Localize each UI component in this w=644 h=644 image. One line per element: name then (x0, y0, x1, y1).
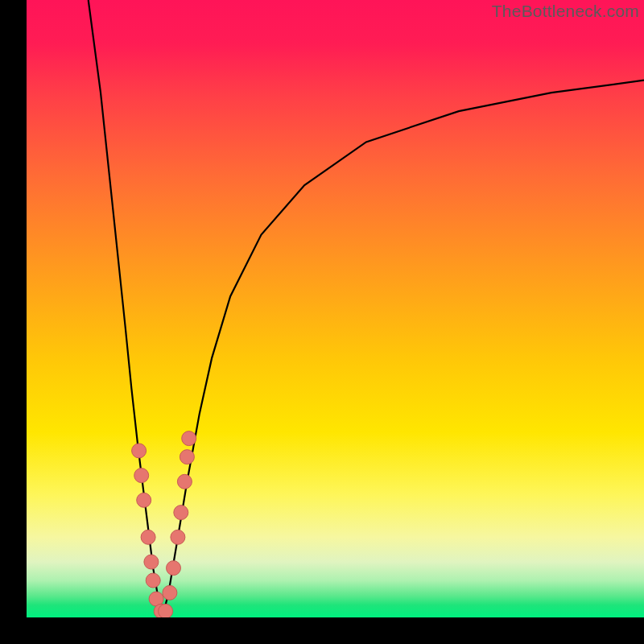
marker-dot (180, 450, 194, 464)
curve-layer (27, 0, 644, 617)
marker-dot (144, 555, 159, 569)
chart-frame: TheBottleneck.com (0, 0, 644, 644)
marker-dot (141, 530, 155, 544)
marker-dot (174, 506, 188, 520)
marker-dot (177, 474, 192, 489)
marker-cluster (132, 431, 196, 617)
marker-dot (171, 530, 185, 544)
marker-dot (163, 585, 177, 600)
right-branch-line (163, 80, 644, 617)
plot-area: TheBottleneck.com (27, 0, 644, 617)
marker-dot (132, 444, 147, 458)
marker-dot (182, 431, 196, 446)
marker-dot (146, 573, 160, 588)
marker-dot (159, 604, 173, 617)
left-branch-line (89, 0, 163, 617)
marker-dot (137, 493, 151, 507)
marker-dot (134, 469, 149, 483)
marker-dot (167, 561, 181, 576)
